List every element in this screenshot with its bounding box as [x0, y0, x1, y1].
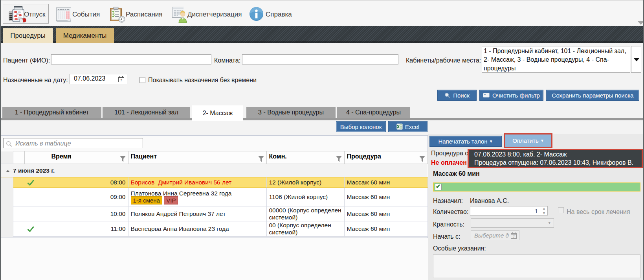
svg-text:7: 7	[120, 78, 122, 82]
svg-text:7: 7	[513, 235, 515, 239]
